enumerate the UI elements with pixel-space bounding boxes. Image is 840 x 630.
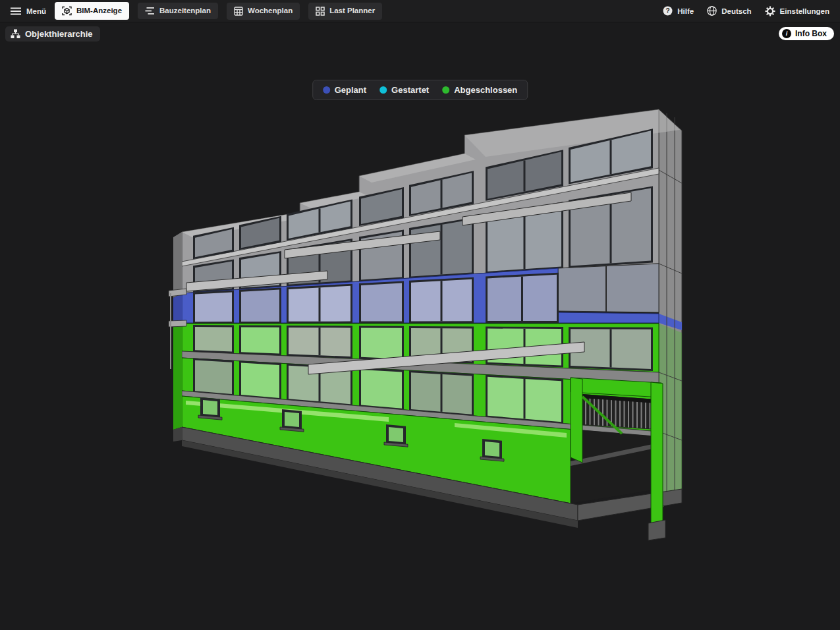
hamburger-icon [11, 7, 21, 15]
toolbar-left-group: Menü BIM-Anzeige Bauzeitenplan [11, 2, 382, 20]
globe-icon [707, 6, 717, 16]
completed-color-dot [442, 86, 449, 94]
help-button[interactable]: ? Hilfe [663, 6, 694, 16]
legend-item-planned: Geplant [323, 85, 366, 95]
gear-icon [765, 6, 775, 16]
started-label: Gestartet [391, 85, 429, 95]
legend-item-started: Gestartet [379, 85, 429, 95]
settings-button[interactable]: Einstellungen [765, 6, 829, 16]
object-hierarchy-button[interactable]: Objekthierarchie [5, 26, 100, 42]
tab-bim-anzeige-label: BIM-Anzeige [76, 7, 122, 15]
settings-label: Einstellungen [780, 7, 829, 15]
object-hierarchy-label: Objekthierarchie [25, 29, 93, 39]
info-box-label: Info Box [795, 29, 827, 38]
tab-bauzeitenplan-label: Bauzeitenplan [159, 7, 211, 15]
help-label: Hilfe [677, 7, 694, 15]
schedule-lines-icon [145, 7, 155, 15]
week-table-icon [234, 7, 243, 16]
started-color-dot [379, 86, 387, 94]
bim-app-window: Menü BIM-Anzeige Bauzeitenplan [0, 0, 840, 630]
grid-icon [316, 7, 325, 16]
language-button[interactable]: Deutsch [707, 6, 751, 16]
planned-color-dot [323, 86, 330, 94]
tab-last-planner[interactable]: Last Planner [308, 3, 382, 20]
tab-bauzeitenplan[interactable]: Bauzeitenplan [138, 3, 218, 19]
help-circle-icon: ? [663, 6, 673, 16]
info-icon: i [782, 29, 791, 38]
tab-bim-anzeige[interactable]: BIM-Anzeige [55, 2, 129, 20]
main-menu-label: Menü [26, 7, 46, 15]
language-label: Deutsch [721, 7, 751, 15]
hierarchy-icon [11, 29, 20, 39]
info-box-button[interactable]: i Info Box [779, 27, 834, 40]
planned-label: Geplant [335, 85, 366, 95]
tab-wochenplan[interactable]: Wochenplan [227, 3, 300, 20]
tab-wochenplan-label: Wochenplan [248, 7, 293, 15]
status-legend: Geplant Gestartet Abgeschlossen [312, 80, 528, 100]
main-menu-button[interactable]: Menü [11, 7, 46, 15]
completed-label: Abgeschlossen [454, 85, 517, 95]
svg-text:?: ? [666, 7, 670, 14]
top-toolbar: Menü BIM-Anzeige Bauzeitenplan [0, 0, 840, 22]
tab-last-planner-label: Last Planner [329, 7, 375, 15]
legend-item-completed: Abgeschlossen [442, 85, 517, 95]
toolbar-right-group: ? Hilfe Deutsch [663, 6, 829, 16]
bim-view-icon [62, 6, 72, 16]
